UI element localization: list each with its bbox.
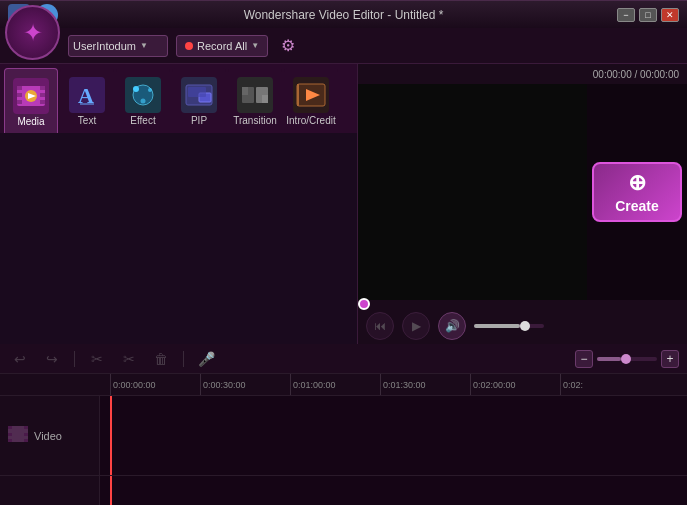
track-label-pip: PIP [0, 476, 100, 505]
close-button[interactable]: ✕ [661, 8, 679, 22]
intro-tab-icon [293, 77, 329, 113]
record-label: Record All [197, 40, 247, 52]
pip-tab-label: PIP [191, 115, 207, 126]
media-tab-label: Media [17, 116, 44, 127]
timeline-ruler: 0:00:00:00 0:00:30:00 0:01:00:00 0:01:30… [0, 374, 687, 396]
media-tab-icon [13, 78, 49, 114]
create-icon: ⊕ [628, 170, 646, 196]
zoom-fill [597, 357, 621, 361]
svg-rect-2 [40, 86, 45, 90]
record-chevron-icon: ▼ [251, 41, 259, 50]
timeline-area: 0:00:00:00 0:00:30:00 0:01:00:00 0:01:30… [0, 374, 687, 505]
effect-icon [128, 81, 158, 109]
main-area: Media A Text [0, 64, 687, 344]
record-button[interactable]: Record All ▼ [176, 35, 268, 57]
volume-fill [474, 324, 520, 328]
media-panel: Media A Text [0, 64, 358, 344]
ruler-mark-1: 0:00:30:00 [200, 374, 290, 395]
svg-rect-3 [17, 93, 22, 97]
progress-knob[interactable] [358, 298, 370, 310]
play-button[interactable]: ▶ [402, 312, 430, 340]
volume-slider[interactable] [474, 324, 544, 328]
import-dropdown[interactable]: UserIntodum ▼ [68, 35, 168, 57]
time-indicator: 00:00:00 / 00:00:00 [358, 64, 687, 84]
svg-rect-6 [40, 100, 45, 104]
import-dropdown-label: UserIntodum [73, 40, 136, 52]
tab-intro[interactable]: Intro/Credit [284, 68, 338, 133]
redo-button[interactable]: ↪ [40, 347, 64, 371]
title-bar: f ? Wondershare Video Editor - Untitled … [0, 0, 687, 28]
effect-tab-label: Effect [130, 115, 155, 126]
zoom-knob [621, 354, 631, 364]
preview-create-row: ⊕ Create [358, 84, 687, 300]
track-row-video: Video [0, 396, 687, 476]
tab-media[interactable]: Media [4, 68, 58, 133]
volume-button[interactable]: 🔊 [438, 312, 466, 340]
svg-rect-29 [24, 433, 28, 436]
settings-button[interactable]: ⚙ [276, 34, 300, 58]
title-bar-left: f ? [8, 4, 58, 26]
tab-text[interactable]: A Text [60, 68, 114, 133]
video-track-label: Video [34, 430, 62, 442]
zoom-minus-button[interactable]: − [575, 350, 593, 368]
title-bar-controls: − □ ✕ [617, 8, 679, 22]
tab-effect[interactable]: Effect [116, 68, 170, 133]
timeline-tracks: Video PI [0, 396, 687, 505]
cut-button[interactable]: ✂ [117, 347, 141, 371]
divider-2 [183, 351, 184, 367]
text-icon: A [72, 81, 102, 109]
tab-pip[interactable]: PIP [172, 68, 226, 133]
ruler-mark-5: 0:02: [560, 374, 650, 395]
record-dot-icon [185, 42, 193, 50]
facebook-button[interactable]: f [8, 4, 30, 26]
svg-point-12 [133, 86, 139, 92]
scissors-button[interactable]: ✂ [85, 347, 109, 371]
delete-button[interactable]: 🗑 [149, 347, 173, 371]
track-label-video: Video [0, 396, 100, 475]
playhead-pip [110, 476, 112, 505]
create-button[interactable]: ⊕ Create [592, 162, 682, 222]
preview-screen [358, 84, 587, 300]
svg-rect-17 [188, 87, 206, 97]
undo-button[interactable]: ↩ [8, 347, 32, 371]
ruler-inner: 0:00:00:00 0:00:30:00 0:01:00:00 0:01:30… [0, 374, 650, 395]
video-track-film-icon [8, 425, 28, 443]
track-row-pip: PIP [0, 476, 687, 505]
svg-rect-26 [8, 426, 12, 429]
video-track-content[interactable] [100, 396, 687, 475]
edit-toolbar: ↩ ↪ ✂ ✂ 🗑 🎤 − + [0, 344, 687, 374]
create-label: Create [615, 198, 659, 214]
transition-tab-icon [237, 77, 273, 113]
progress-bar-container[interactable] [358, 300, 687, 308]
mic-button[interactable]: 🎤 [194, 347, 218, 371]
pip-track-content[interactable] [100, 476, 687, 505]
svg-rect-27 [24, 426, 28, 429]
window-title: Wondershare Video Editor - Untitled * [244, 8, 444, 22]
media-tabs: Media A Text [0, 64, 357, 133]
tab-transition[interactable]: Transition [228, 68, 282, 133]
prev-frame-button[interactable]: ⏮ [366, 312, 394, 340]
svg-point-13 [148, 88, 152, 92]
divider [74, 351, 75, 367]
volume-knob [520, 321, 530, 331]
zoom-slider[interactable] [597, 357, 657, 361]
maximize-button[interactable]: □ [639, 8, 657, 22]
transition-tab-label: Transition [233, 115, 277, 126]
zoom-controls: − + [575, 350, 679, 368]
film-icon [16, 82, 46, 110]
svg-rect-28 [8, 433, 12, 436]
svg-rect-1 [17, 86, 22, 90]
media-content [0, 133, 357, 344]
svg-rect-30 [8, 439, 12, 442]
help-button[interactable]: ? [36, 4, 58, 26]
chevron-down-icon: ▼ [140, 41, 148, 50]
film-track-icon [8, 425, 28, 447]
pip-tab-icon [181, 77, 217, 113]
time-display: 00:00:00 / 00:00:00 [593, 69, 679, 80]
transition-icon [240, 81, 270, 109]
zoom-plus-button[interactable]: + [661, 350, 679, 368]
text-tab-label: Text [78, 115, 96, 126]
intro-tab-label: Intro/Credit [286, 115, 335, 126]
ruler-mark-2: 0:01:00:00 [290, 374, 380, 395]
minimize-button[interactable]: − [617, 8, 635, 22]
